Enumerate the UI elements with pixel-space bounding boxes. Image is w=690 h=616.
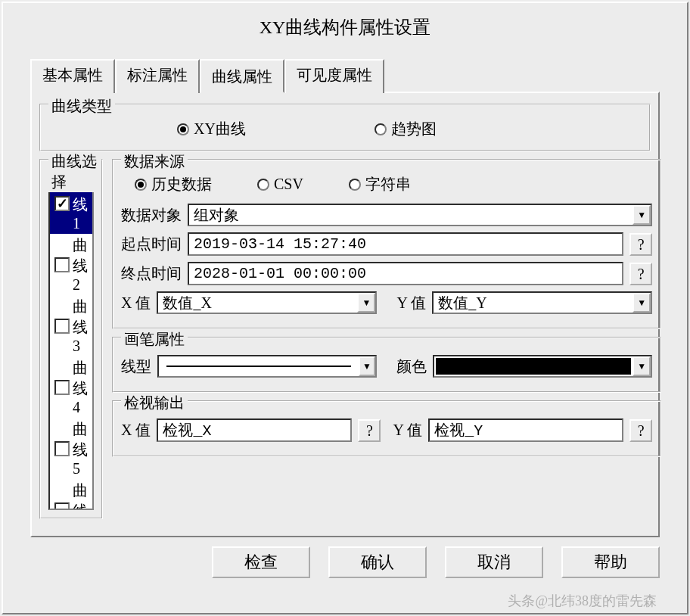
- curve-select-legend: 曲线选择: [48, 151, 101, 192]
- list-item-label: 曲线3: [73, 297, 88, 355]
- dialog-title: XY曲线构件属性设置: [3, 3, 687, 51]
- color-swatch: [436, 358, 631, 375]
- select-value: 组对象: [189, 205, 244, 226]
- inspect-x-help-button[interactable]: ?: [358, 419, 381, 442]
- check-button[interactable]: 检查: [212, 546, 310, 578]
- list-item[interactable]: 曲线3: [50, 295, 92, 356]
- tab-bar: 基本属性 标注属性 曲线属性 可见度属性: [30, 58, 660, 92]
- x-value-label: X 值: [121, 293, 151, 313]
- start-time-help-button[interactable]: ?: [629, 233, 652, 256]
- end-time-input[interactable]: [188, 262, 623, 285]
- radio-icon: [349, 179, 361, 191]
- ok-button[interactable]: 确认: [328, 546, 427, 578]
- start-time-label: 起点时间: [121, 234, 182, 254]
- data-source-group: 数据来源 历史数据 CSV: [112, 159, 661, 329]
- radio-icon: [375, 123, 387, 135]
- end-time-help-button[interactable]: ?: [629, 263, 652, 285]
- line-sample-icon: [166, 366, 351, 367]
- curve-type-group: 曲线类型 XY曲线 趋势图: [39, 104, 651, 151]
- radio-string[interactable]: 字符串: [349, 174, 411, 194]
- help-button[interactable]: 帮助: [561, 546, 660, 578]
- curve-select-group: 曲线选择 曲线1 曲线2 曲线3: [39, 159, 103, 519]
- x-value-select[interactable]: 数值_X ▼: [157, 291, 377, 314]
- radio-label: 趋势图: [391, 119, 437, 139]
- select-value: 数值_Y: [434, 293, 491, 313]
- checkbox-icon[interactable]: [54, 196, 70, 211]
- list-item-label: 曲线2: [73, 235, 88, 294]
- chevron-down-icon: ▼: [357, 293, 375, 313]
- tab-panel: 曲线类型 XY曲线 趋势图 曲线选择: [30, 92, 660, 537]
- data-source-legend: 数据来源: [121, 151, 188, 172]
- radio-history-data[interactable]: 历史数据: [135, 174, 212, 194]
- radio-icon: [135, 179, 147, 191]
- start-time-input[interactable]: [188, 232, 623, 256]
- chevron-down-icon: ▼: [632, 293, 651, 313]
- list-item[interactable]: 曲线4: [50, 356, 92, 418]
- chevron-down-icon: ▼: [632, 205, 651, 225]
- inspect-y-help-button[interactable]: ?: [629, 419, 652, 442]
- select-value: 数值_X: [158, 293, 216, 313]
- inspect-x-label: X 值: [121, 420, 151, 440]
- checkbox-icon[interactable]: [54, 319, 70, 334]
- tab-basic[interactable]: 基本属性: [30, 59, 115, 93]
- pen-legend: 画笔属性: [121, 329, 188, 350]
- list-item[interactable]: 曲线5: [50, 418, 92, 479]
- radio-icon: [257, 179, 269, 191]
- radio-label: 字符串: [365, 174, 411, 194]
- color-select[interactable]: ▼: [433, 355, 652, 378]
- checkbox-icon[interactable]: [54, 502, 70, 511]
- tab-visibility[interactable]: 可见度属性: [284, 59, 384, 93]
- chevron-down-icon: ▼: [632, 356, 651, 376]
- tab-curve[interactable]: 曲线属性: [200, 59, 284, 93]
- list-item-label: 曲线5: [73, 419, 88, 478]
- inspect-legend: 检视输出: [121, 393, 188, 413]
- list-item[interactable]: 曲线6: [50, 479, 92, 510]
- property-dialog: XY曲线构件属性设置 基本属性 标注属性 曲线属性 可见度属性 曲线类型 XY曲…: [2, 2, 688, 614]
- tab-annotation[interactable]: 标注属性: [115, 59, 200, 93]
- list-item-label: 曲线6: [73, 481, 88, 510]
- dialog-buttons: 检查 确认 取消 帮助: [30, 546, 660, 578]
- list-item[interactable]: 曲线2: [50, 234, 92, 295]
- list-item-label: 曲线4: [73, 358, 88, 416]
- y-value-label: Y 值: [396, 293, 426, 313]
- checkbox-icon[interactable]: [54, 441, 70, 456]
- line-type-select[interactable]: ▼: [157, 355, 377, 378]
- radio-csv[interactable]: CSV: [257, 174, 303, 194]
- radio-trend-chart[interactable]: 趋势图: [375, 119, 437, 139]
- data-object-label: 数据对象: [121, 205, 182, 226]
- y-value-select[interactable]: 数值_Y ▼: [432, 291, 652, 314]
- inspect-group: 检视输出 X 值 ? Y 值 ?: [112, 400, 661, 457]
- curve-type-legend: 曲线类型: [48, 96, 115, 117]
- curve-listbox[interactable]: 曲线1 曲线2 曲线3 曲线4: [48, 171, 94, 510]
- radio-icon: [177, 123, 189, 135]
- watermark: 头条@北纬38度的雷先森: [508, 592, 657, 610]
- color-label: 颜色: [396, 356, 427, 377]
- inspect-y-label: Y 值: [393, 420, 422, 440]
- inspect-x-input[interactable]: [157, 418, 352, 442]
- radio-label: CSV: [274, 176, 303, 193]
- radio-label: XY曲线: [194, 119, 246, 139]
- cancel-button[interactable]: 取消: [445, 546, 543, 578]
- chevron-down-icon: ▼: [359, 356, 375, 376]
- data-object-select[interactable]: 组对象 ▼: [188, 204, 652, 226]
- checkbox-icon[interactable]: [54, 380, 70, 395]
- line-type-label: 线型: [121, 356, 151, 377]
- pen-group: 画笔属性 线型 ▼ 颜色 ▼: [112, 337, 661, 393]
- radio-xy-curve[interactable]: XY曲线: [177, 119, 246, 139]
- end-time-label: 终点时间: [121, 263, 182, 284]
- inspect-y-input[interactable]: [428, 418, 623, 442]
- radio-label: 历史数据: [151, 174, 212, 194]
- checkbox-icon[interactable]: [54, 257, 70, 272]
